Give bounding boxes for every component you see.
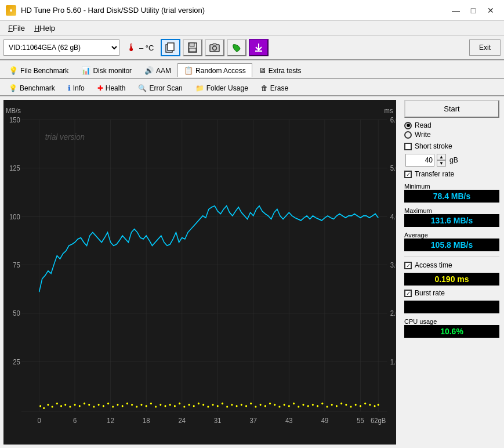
svg-point-106 <box>284 404 285 406</box>
burst-rate-checkbox[interactable]: ✓ Burst rate <box>404 289 499 297</box>
svg-point-110 <box>302 404 304 406</box>
toolbar-camera-btn[interactable] <box>205 39 224 56</box>
divider-1 <box>404 256 499 256</box>
file-benchmark-icon: 💡 <box>9 66 18 75</box>
tab-folder-usage[interactable]: 📁 Folder Usage <box>189 81 255 95</box>
tabs-row-2: 💡 Benchmark ℹ Info ✚ Health 🔍 Error Scan… <box>0 79 504 96</box>
tab-file-benchmark[interactable]: 💡 File Benchmark <box>2 63 75 77</box>
svg-point-101 <box>260 404 262 406</box>
tab-extra-tests[interactable]: 🖥 Extra tests <box>252 63 308 77</box>
svg-point-124 <box>369 404 371 406</box>
toolbar-leaf-btn[interactable] <box>227 39 246 56</box>
tab-benchmark[interactable]: 💡 Benchmark <box>2 81 61 95</box>
svg-point-77 <box>146 405 147 407</box>
start-button[interactable]: Start <box>404 100 499 118</box>
svg-point-93 <box>222 402 223 404</box>
window-controls: — □ ✕ <box>448 4 498 17</box>
random-access-icon: 📋 <box>184 66 193 75</box>
svg-point-89 <box>202 404 204 406</box>
svg-rect-9 <box>3 100 396 445</box>
svg-point-125 <box>374 405 376 407</box>
svg-point-66 <box>93 406 95 407</box>
svg-point-112 <box>312 404 314 406</box>
maximize-button[interactable]: □ <box>466 4 481 17</box>
average-value: 105.8 MB/s <box>404 239 499 251</box>
svg-text:ms: ms <box>384 106 393 115</box>
minimize-button[interactable]: — <box>448 4 463 17</box>
read-radio[interactable]: Read <box>404 121 499 129</box>
svg-text:49: 49 <box>321 417 329 425</box>
stroke-down-button[interactable]: ▼ <box>437 160 446 167</box>
short-stroke-checkbox[interactable]: Short stroke <box>404 142 499 150</box>
svg-point-75 <box>136 406 137 407</box>
benchmark-icon: 💡 <box>9 84 17 92</box>
svg-point-118 <box>340 402 342 404</box>
stroke-value-input[interactable] <box>405 154 434 167</box>
svg-point-79 <box>155 406 157 407</box>
tab-info[interactable]: ℹ Info <box>61 81 91 95</box>
tab-random-access[interactable]: 📋 Random Access <box>177 63 252 77</box>
tab-health[interactable]: ✚ Health <box>91 81 132 95</box>
svg-point-59 <box>60 405 62 407</box>
minimum-value: 78.4 MB/s <box>404 190 499 203</box>
main-content: 150 125 100 75 50 25 6.00 5.00 4.00 3.00… <box>0 96 504 448</box>
svg-point-60 <box>64 404 66 406</box>
toolbar-save-btn[interactable] <box>183 39 202 56</box>
average-label: Average <box>404 232 499 239</box>
burst-rate-value <box>404 301 499 313</box>
exit-button[interactable]: Exit <box>469 39 501 56</box>
svg-point-109 <box>298 406 299 407</box>
svg-rect-3 <box>190 43 194 46</box>
svg-point-108 <box>293 402 295 404</box>
right-panel: Start Read Write Short stroke ▲ ▼ gB <box>400 96 504 448</box>
svg-rect-4 <box>189 48 196 52</box>
folder-usage-icon: 📁 <box>195 84 204 92</box>
access-time-check: ✓ <box>404 262 412 269</box>
svg-point-102 <box>264 405 266 407</box>
svg-point-119 <box>345 404 347 406</box>
svg-point-58 <box>56 402 58 404</box>
maximum-section: Maximum 131.6 MB/s <box>404 206 499 227</box>
svg-point-100 <box>255 406 256 407</box>
drive-selector[interactable]: VID:11064GEA (62 gB) <box>3 39 119 56</box>
svg-text:6: 6 <box>73 417 77 425</box>
svg-point-81 <box>164 405 166 407</box>
tab-error-scan[interactable]: 🔍 Error Scan <box>132 81 188 95</box>
close-button[interactable]: ✕ <box>483 4 498 17</box>
read-write-group: Read Write <box>404 121 499 139</box>
transfer-rate-checkbox[interactable]: ✓ Transfer rate <box>404 170 499 178</box>
tab-aam[interactable]: 🔊 AAM <box>138 63 177 77</box>
cpu-usage-section: CPU usage 10.6% <box>404 317 499 338</box>
svg-point-121 <box>355 404 357 406</box>
extra-tests-icon: 🖥 <box>259 66 266 75</box>
menu-help[interactable]: HHelp <box>30 22 60 34</box>
window-title: HD Tune Pro 5.60 - Hard Disk/SSD Utility… <box>21 6 205 15</box>
menu-bar: FFile HHelp <box>0 21 504 36</box>
maximum-label: Maximum <box>404 207 499 214</box>
svg-text:75: 75 <box>13 261 20 269</box>
svg-text:2.00: 2.00 <box>390 309 396 318</box>
svg-text:24: 24 <box>178 417 186 425</box>
svg-point-78 <box>150 402 152 404</box>
svg-text:MB/s: MB/s <box>6 106 21 115</box>
svg-point-113 <box>317 405 318 407</box>
write-radio-circle <box>404 131 412 139</box>
toolbar-download-btn[interactable] <box>249 39 269 56</box>
tab-erase[interactable]: 🗑 Erase <box>255 81 295 95</box>
toolbar-copy-btn[interactable] <box>161 39 180 56</box>
tab-disk-monitor[interactable]: 📊 Disk monitor <box>75 63 138 77</box>
svg-point-72 <box>122 405 124 407</box>
access-time-checkbox[interactable]: ✓ Access time <box>404 261 499 269</box>
chart-area: 150 125 100 75 50 25 6.00 5.00 4.00 3.00… <box>3 100 396 445</box>
stroke-up-button[interactable]: ▲ <box>437 154 446 160</box>
svg-text:62gB: 62gB <box>371 417 386 425</box>
svg-point-80 <box>159 404 161 406</box>
health-icon: ✚ <box>97 84 103 92</box>
svg-point-84 <box>179 402 180 404</box>
menu-file[interactable]: FFile <box>3 22 30 34</box>
svg-text:4.00: 4.00 <box>390 212 396 221</box>
write-radio[interactable]: Write <box>404 131 499 139</box>
stroke-value-row: ▲ ▼ gB <box>405 154 499 167</box>
svg-text:37: 37 <box>250 417 258 425</box>
svg-point-123 <box>364 402 366 404</box>
